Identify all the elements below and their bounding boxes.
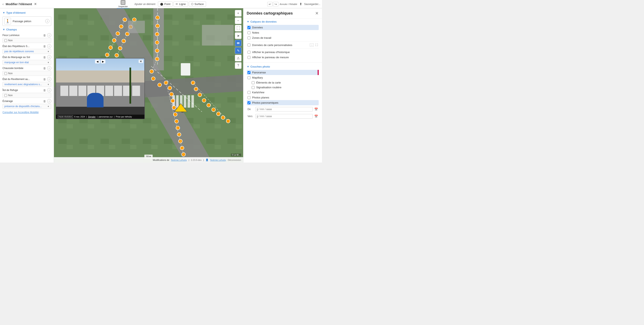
chevron-down-icon-calques: ▼	[247, 20, 250, 23]
field-marquage-delete[interactable]: 🗑	[43, 56, 46, 59]
field-repetiteurs-value: pas de répétiteurs sonores	[4, 50, 34, 53]
field-ilot-info[interactable]: i	[47, 88, 51, 92]
element-type-info-icon[interactable]: i	[45, 19, 50, 23]
field-repetiteurs-select[interactable]: pas de répétiteurs sonores ▼	[2, 49, 51, 54]
layer-kartaview-checkbox[interactable]	[248, 91, 250, 94]
rp-divider-2	[247, 48, 319, 49]
back-button[interactable]: ‹	[2, 2, 4, 6]
sv-close-button[interactable]: ✕	[138, 60, 143, 63]
map-warning-button[interactable]: ⚠	[235, 55, 242, 61]
map-zoom-in-button[interactable]: +	[235, 10, 242, 16]
sv-nav-buttons: ◀ ▶	[95, 60, 106, 63]
inspect-button[interactable]: Inspecter	[117, 0, 130, 8]
calques-section: ▼ Calques de données Données Notes Zones…	[243, 18, 322, 61]
layer-panoramax: Panoramax	[247, 70, 319, 75]
element-type-box: 🚶 Passage piéton i	[2, 16, 51, 26]
line-tool-button[interactable]: ✏ Ligne	[174, 1, 188, 7]
layer-photos-panoramiques-checkbox[interactable]	[248, 101, 250, 104]
field-eclairage-delete[interactable]: 🗑	[43, 100, 46, 103]
svg-point-59	[198, 93, 202, 97]
field-eclairage-select[interactable]: présence de dispositifs d'éclaira... ▼	[2, 104, 51, 109]
field-ilot-delete[interactable]: 🗑	[43, 89, 46, 92]
upload-button[interactable]: ⬆	[298, 2, 303, 6]
field-chaussee: Chaussée bombée 🗑 i Non	[2, 66, 51, 76]
field-revetement-info[interactable]: i	[47, 77, 51, 81]
point-tool-button[interactable]: ⬤ Point	[158, 1, 173, 7]
layer-carte-perso-more-button[interactable]: ···	[310, 43, 314, 47]
map-help-button[interactable]: ?	[235, 62, 242, 69]
layer-zones-checkbox[interactable]	[248, 36, 250, 39]
field-chaussee-checkbox[interactable]	[4, 72, 7, 75]
bottom-user-name[interactable]: Noémie Lehuby	[210, 159, 226, 161]
type-section-header[interactable]: ▼ Type d'élément	[0, 10, 54, 15]
field-revetement-delete[interactable]: 🗑	[43, 78, 46, 81]
field-repetiteurs-delete[interactable]: 🗑	[43, 45, 46, 48]
field-revetement-select[interactable]: revêtement avec dégradations s... ▼	[2, 82, 51, 87]
layer-donnees: Données	[247, 25, 319, 30]
surface-label: Surface	[194, 2, 204, 5]
save-button[interactable]: Sauvegarder...	[304, 3, 320, 5]
date-to-input[interactable]	[256, 114, 313, 119]
bottom-user-link[interactable]: Noémie Lehuby	[171, 159, 187, 161]
field-ilot-header: Îlot de Refuge 🗑 i	[2, 88, 51, 92]
consult-link[interactable]: Consulter sur Acceslibre Mobilité	[0, 109, 54, 115]
line-label: Ligne	[179, 2, 186, 5]
svg-point-30	[132, 18, 136, 21]
couches-photo-header[interactable]: ▼ Couches photo	[247, 65, 319, 68]
field-repetiteurs: État des Répétiteurs S... 🗑 i pas de rép…	[2, 44, 51, 54]
layer-mesure-checkbox[interactable]	[248, 56, 250, 59]
svg-point-31	[129, 25, 132, 29]
field-feux-lumineux-delete[interactable]: 🗑	[43, 34, 46, 37]
layer-elements-checkbox[interactable]	[252, 81, 254, 84]
svg-point-51	[175, 119, 178, 123]
svg-point-64	[221, 116, 225, 119]
date-to-calendar-icon[interactable]: 📅	[314, 115, 318, 118]
layer-carte-perso-checkbox[interactable]	[248, 43, 250, 46]
layer-notes-checkbox[interactable]	[248, 31, 250, 34]
map-fullscreen-button[interactable]: ⛶	[235, 25, 242, 31]
calques-section-header[interactable]: ▼ Calques de données	[247, 20, 319, 23]
field-feux-lumineux-checkbox[interactable]	[4, 39, 7, 42]
layer-mesure-label: Afficher le panneau de mesure	[252, 56, 318, 59]
close-button[interactable]: ✕	[33, 2, 38, 6]
date-from-calendar-icon[interactable]: 📅	[314, 108, 318, 111]
map-gps-button[interactable]: ➤	[235, 32, 242, 39]
surface-tool-button[interactable]: ⬡ Surface	[189, 1, 206, 7]
map-zoom-out-button[interactable]: −	[235, 17, 242, 24]
right-panel-close-button[interactable]: ✕	[315, 11, 319, 16]
disconnect-link[interactable]: Déconnexion	[228, 159, 241, 161]
redo-button[interactable]: ↪	[273, 2, 278, 6]
map-edit-button[interactable]: ✎	[235, 47, 242, 54]
svg-rect-16	[191, 95, 194, 108]
svg-point-19	[123, 18, 126, 21]
fields-section-header[interactable]: ▼ Champs	[0, 27, 54, 32]
field-ilot-checkbox[interactable]	[4, 94, 7, 97]
layer-carte-perso-expand-button[interactable]: ⛶	[315, 43, 318, 46]
sv-signal-link[interactable]: Signaler	[88, 116, 96, 118]
field-repetiteurs-info[interactable]: i	[47, 44, 51, 48]
field-feux-lumineux-info[interactable]: i	[47, 33, 51, 37]
layer-photos-planes-checkbox[interactable]	[248, 96, 250, 99]
layer-mesure: Afficher le panneau de mesure	[247, 55, 319, 60]
date-from-input[interactable]	[256, 107, 313, 111]
layer-signalisation-checkbox[interactable]	[252, 86, 254, 89]
field-eclairage-info[interactable]: i	[47, 99, 51, 103]
layer-historique-checkbox[interactable]	[248, 51, 250, 54]
field-chaussee-info[interactable]: i	[47, 66, 51, 70]
field-chaussee-delete[interactable]: 🗑	[43, 67, 46, 70]
field-marquage-select[interactable]: marquage en bon état ▼	[2, 60, 51, 65]
layer-panoramax-checkbox[interactable]	[248, 71, 250, 74]
map-layers-button[interactable]	[235, 40, 242, 46]
map-copyright: © Le M...	[231, 154, 241, 156]
couches-photo-section: ▼ Couches photo Panoramax Mapillary Élém…	[243, 63, 322, 121]
sv-next-button[interactable]: ▶	[100, 60, 106, 63]
svg-line-18	[151, 66, 202, 112]
sv-prev-button[interactable]: ◀	[95, 60, 100, 63]
svg-point-42	[155, 41, 159, 44]
chevron-down-icon-marq: ▼	[47, 61, 50, 64]
layer-donnees-checkbox[interactable]	[248, 26, 250, 29]
map-area[interactable]: + − ◀ ▶ ✕	[54, 8, 243, 162]
undo-button[interactable]: ↩	[267, 2, 272, 6]
field-marquage-info[interactable]: i	[47, 55, 51, 59]
layer-mapillary-checkbox[interactable]	[248, 76, 250, 79]
